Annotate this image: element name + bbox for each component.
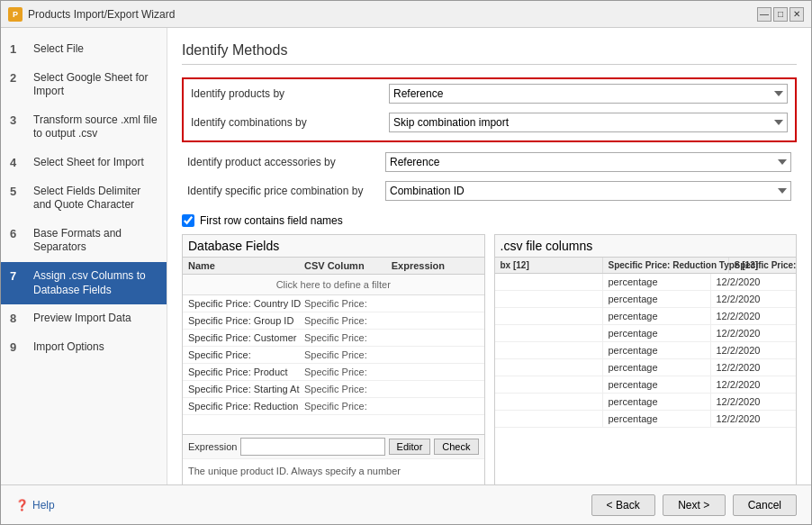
db-cell-name: Specific Price: Starting At bbox=[188, 384, 304, 394]
titlebar-controls: — □ ✕ bbox=[757, 7, 804, 22]
db-table-row[interactable]: Specific Price: Group IDSpecific Price: bbox=[183, 312, 484, 330]
expression-row: Expression Editor Check bbox=[183, 434, 484, 458]
csv-data-row[interactable]: percentage12/2/202012/9/2020 bbox=[495, 342, 797, 359]
description-box: The unique product ID. Always specify a … bbox=[183, 458, 484, 484]
db-cell-name: Specific Price: Customer bbox=[188, 332, 304, 343]
identify-products-label: Identify products by bbox=[191, 87, 389, 100]
db-cell-csv: Specific Price: bbox=[304, 332, 392, 343]
db-cell-name: Specific Price: Reduction bbox=[188, 401, 304, 412]
sidebar-num: 8 bbox=[10, 312, 26, 325]
sidebar-num: 5 bbox=[10, 185, 26, 198]
db-cell-name: Specific Price: Product bbox=[188, 367, 304, 377]
titlebar: P Products Import/Export Wizard — □ ✕ bbox=[1, 1, 811, 28]
help-label: Help bbox=[32, 499, 55, 511]
identify-price-row: Identify specific price combination by C… bbox=[182, 178, 797, 204]
csv-cell: 12/2/2020 bbox=[711, 411, 797, 427]
filter-row[interactable]: Click here to define a filter bbox=[183, 275, 484, 295]
sidebar-num: 1 bbox=[10, 42, 26, 56]
identify-accessories-select[interactable]: Reference bbox=[385, 152, 791, 172]
identify-combinations-row: Identify combinations by Skip combinatio… bbox=[185, 110, 793, 135]
csv-panel: .csv file columns bx [12]Specific Price:… bbox=[494, 234, 798, 484]
first-row-checkbox-row: First row contains field names bbox=[182, 214, 797, 227]
sidebar-item-2[interactable]: 2Select Google Sheet for Import bbox=[1, 64, 167, 106]
sidebar-num: 7 bbox=[10, 269, 26, 283]
csv-data-row[interactable]: percentage12/2/202012/9/2020 bbox=[495, 325, 797, 342]
csv-table-scroll[interactable]: bx [12]Specific Price: Reduction Type [1… bbox=[495, 258, 797, 484]
sidebar-item-3[interactable]: 3Transform source .xml file to output .c… bbox=[1, 106, 167, 149]
csv-cell: percentage bbox=[603, 291, 711, 307]
help-icon: ❓ bbox=[15, 499, 29, 511]
minimize-button[interactable]: — bbox=[757, 7, 771, 22]
csv-cell: percentage bbox=[603, 394, 711, 410]
maximize-button[interactable]: □ bbox=[773, 7, 788, 22]
identify-products-select[interactable]: Reference EAN UPC bbox=[389, 84, 788, 104]
db-fields-title: Database Fields bbox=[183, 235, 484, 258]
sidebar-item-4[interactable]: 4Select Sheet for Import bbox=[1, 149, 167, 177]
identify-price-select[interactable]: Combination ID bbox=[385, 181, 791, 201]
sidebar-num: 6 bbox=[10, 227, 26, 240]
csv-cell: percentage bbox=[603, 376, 711, 393]
csv-cell: 12/2/2020 bbox=[711, 291, 797, 307]
app-icon: P bbox=[8, 7, 23, 22]
db-table-scroll: Specific Price: Country IDSpecific Price… bbox=[183, 295, 484, 434]
sidebar-item-5[interactable]: 5Select Fields Delimiter and Quote Chara… bbox=[1, 177, 167, 220]
next-button[interactable]: Next > bbox=[663, 494, 726, 516]
identify-combinations-select[interactable]: Skip combination import Reference bbox=[389, 113, 788, 132]
identify-accessories-row: Identify product accessories by Referenc… bbox=[182, 149, 797, 175]
sidebar-label: Select File bbox=[33, 42, 84, 57]
sidebar-item-6[interactable]: 6Base Formats and Separators bbox=[1, 220, 167, 262]
db-table-row[interactable]: Specific Price:Specific Price: bbox=[183, 347, 484, 364]
csv-panel-title: .csv file columns bbox=[495, 235, 797, 258]
csv-cell: percentage bbox=[603, 411, 711, 427]
db-cell-name: Specific Price: Group ID bbox=[188, 315, 304, 326]
csv-data-row[interactable]: percentage12/2/202012/9/2020 bbox=[495, 394, 797, 411]
db-cell-csv: Specific Price: bbox=[304, 298, 392, 309]
csv-cell bbox=[495, 291, 603, 307]
csv-cell: percentage bbox=[603, 308, 711, 324]
csv-cell: percentage bbox=[603, 325, 711, 341]
csv-data-rows: percentage12/2/202012/9/2020percentage12… bbox=[495, 274, 797, 428]
cancel-button[interactable]: Cancel bbox=[733, 494, 797, 516]
editor-button[interactable]: Editor bbox=[389, 439, 431, 455]
csv-data-row[interactable]: percentage12/2/202012/9/2020 bbox=[495, 411, 797, 428]
db-table-row[interactable]: Specific Price: ProductSpecific Price: bbox=[183, 364, 484, 381]
footer-buttons: < Back Next > Cancel bbox=[591, 494, 797, 516]
csv-cell: 12/2/2020 bbox=[711, 394, 797, 410]
expression-input[interactable] bbox=[240, 438, 384, 456]
csv-data-row[interactable]: percentage12/2/202012/9/2020 bbox=[495, 274, 797, 291]
csv-data-row[interactable]: percentage12/2/202012/9/2020 bbox=[495, 291, 797, 308]
back-button[interactable]: < Back bbox=[591, 494, 655, 516]
sidebar-item-8[interactable]: 8Preview Import Data bbox=[1, 304, 167, 333]
csv-data-row[interactable]: percentage12/2/202012/9/2020 bbox=[495, 308, 797, 325]
csv-data-row[interactable]: percentage12/2/202012/9/2020 bbox=[495, 376, 797, 394]
identify-methods: Identify products by Reference EAN UPC I… bbox=[182, 77, 797, 204]
csv-cell: 12/2/2020 bbox=[711, 342, 797, 358]
help-link[interactable]: ❓ Help bbox=[15, 499, 55, 511]
sidebar-label: Import Options bbox=[33, 340, 104, 355]
col-expr-header: Expression bbox=[392, 260, 479, 271]
identify-accessories-label: Identify product accessories by bbox=[187, 156, 385, 168]
db-table-row[interactable]: Specific Price: Starting AtSpecific Pric… bbox=[183, 381, 484, 398]
check-button[interactable]: Check bbox=[434, 439, 478, 455]
csv-cell bbox=[495, 342, 603, 358]
csv-col-header-2: Specific Price: From [14] bbox=[729, 258, 797, 273]
sidebar-label: Select Google Sheet for Import bbox=[33, 71, 158, 99]
sidebar-label: Base Formats and Separators bbox=[33, 227, 158, 255]
sidebar-item-7[interactable]: 7Assign .csv Columns to Database Fields bbox=[1, 262, 167, 304]
csv-cell: percentage bbox=[603, 342, 711, 358]
db-table-row[interactable]: Specific Price: CustomerSpecific Price: bbox=[183, 330, 484, 347]
sidebar-label: Select Fields Delimiter and Quote Charac… bbox=[33, 185, 158, 213]
close-button[interactable]: ✕ bbox=[789, 7, 804, 22]
db-table-row[interactable]: Specific Price: ReductionSpecific Price: bbox=[183, 398, 484, 415]
sidebar-item-1[interactable]: 1Select File bbox=[1, 35, 167, 64]
db-table-row[interactable]: Specific Price: Country IDSpecific Price… bbox=[183, 295, 484, 312]
col-name-header: Name bbox=[188, 260, 304, 271]
csv-cell bbox=[495, 411, 603, 427]
first-row-checkbox[interactable] bbox=[182, 214, 194, 227]
sidebar-item-9[interactable]: 9Import Options bbox=[1, 333, 167, 362]
identify-combinations-label: Identify combinations by bbox=[191, 116, 389, 129]
csv-cell bbox=[495, 359, 603, 376]
csv-cell bbox=[495, 274, 603, 290]
expression-label: Expression bbox=[188, 441, 237, 452]
csv-data-row[interactable]: percentage12/2/202012/9/2020 bbox=[495, 359, 797, 376]
